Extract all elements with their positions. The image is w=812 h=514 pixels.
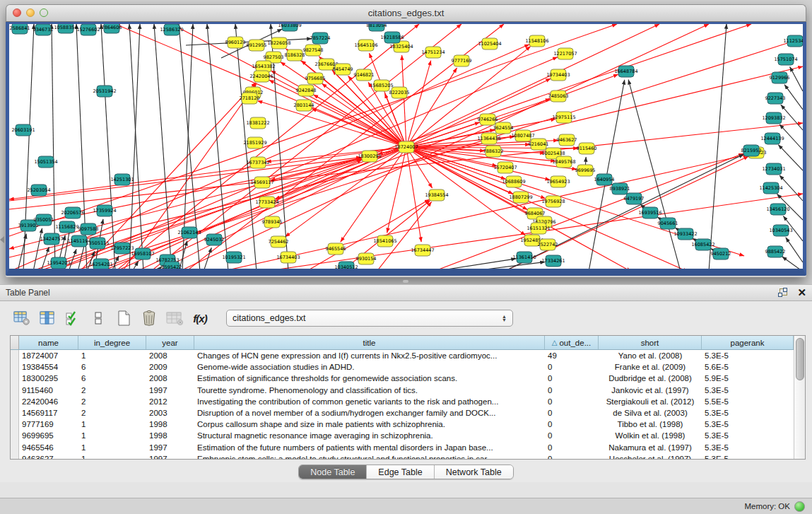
table-cell[interactable]: 9699695 bbox=[19, 430, 78, 441]
graph-node[interactable]: 9756685 bbox=[305, 73, 326, 84]
table-cell[interactable]: 2012 bbox=[146, 396, 194, 407]
graph-node[interactable]: 19756928 bbox=[541, 196, 565, 207]
table-cell[interactable]: 2 bbox=[78, 396, 146, 407]
graph-node[interactable]: 11156829 bbox=[55, 221, 78, 233]
graph-node[interactable]: 2586841 bbox=[10, 24, 30, 34]
graph-node[interactable]: 10340512 bbox=[334, 262, 358, 269]
table-row[interactable]: 1938455462009Genome-wide association stu… bbox=[11, 361, 794, 373]
table-cell[interactable]: 1997 bbox=[146, 453, 194, 460]
table-cell[interactable]: 1 bbox=[78, 419, 146, 430]
table-cell[interactable]: Estimation of significance thresholds fo… bbox=[194, 373, 545, 384]
graph-node[interactable]: 16033809 bbox=[278, 24, 301, 31]
graph-node[interactable]: 9746266 bbox=[478, 114, 498, 125]
table-cell[interactable]: 5.5E-5 bbox=[702, 396, 794, 407]
delete-table-icon[interactable] bbox=[140, 310, 158, 327]
splitter-handle[interactable] bbox=[403, 280, 408, 283]
table-cell[interactable]: 5.9E-5 bbox=[702, 373, 794, 384]
graph-node[interactable]: 7886322 bbox=[483, 146, 504, 157]
graph-node[interactable]: 9045661 bbox=[658, 218, 678, 229]
graph-node[interactable]: 2718120 bbox=[240, 93, 260, 104]
table-settings-icon[interactable] bbox=[13, 310, 31, 327]
table-cell[interactable]: 2003 bbox=[146, 407, 194, 419]
table-cell[interactable]: 1997 bbox=[146, 442, 194, 453]
table-cell[interactable]: Jankovic et al. (1997) bbox=[599, 385, 702, 396]
table-cell[interactable]: Structural magnetic resonance image aver… bbox=[194, 430, 545, 441]
table-cell[interactable]: 1 bbox=[78, 350, 146, 361]
table-row[interactable]: 1830029562008Estimation of significance … bbox=[11, 373, 794, 384]
graph-node[interactable]: 10688609 bbox=[502, 176, 525, 187]
network-canvas[interactable]: 1872400789601238912955182260589827503818… bbox=[9, 24, 803, 269]
table-cell[interactable]: 18724007 bbox=[19, 350, 78, 361]
table-cell[interactable]: Wolkin et al. (1998) bbox=[599, 430, 702, 441]
graph-node[interactable]: 13424757 bbox=[40, 233, 63, 245]
table-cell[interactable]: 49 bbox=[545, 350, 599, 361]
graph-node[interactable]: 12093832 bbox=[762, 112, 785, 124]
graph-node[interactable]: 2803144 bbox=[294, 100, 314, 111]
graph-node[interactable]: 7485063 bbox=[548, 90, 569, 102]
graph-node[interactable]: 9777169 bbox=[452, 55, 472, 66]
graph-node[interactable]: 12444139 bbox=[760, 133, 784, 144]
table-row[interactable]: 2242004622012Investigating the contribut… bbox=[11, 396, 794, 407]
vertical-scrollbar[interactable] bbox=[794, 336, 805, 460]
column-header-name[interactable]: name bbox=[19, 336, 78, 349]
graph-node[interactable]: 9097588 bbox=[78, 223, 99, 235]
graph-node[interactable]: 12217057 bbox=[553, 48, 577, 59]
table-cell[interactable]: 0 bbox=[545, 396, 599, 407]
graph-node[interactable]: 12975115 bbox=[552, 112, 575, 123]
table-cell[interactable]: Nakamura et al. (1997) bbox=[599, 442, 702, 453]
graph-node[interactable]: 20531942 bbox=[93, 86, 116, 97]
table-cell[interactable]: de Silva et al. (2003) bbox=[599, 407, 702, 419]
table-cell[interactable]: 1998 bbox=[146, 419, 194, 430]
table-cell[interactable]: 0 bbox=[545, 442, 599, 453]
table-cell[interactable]: Tourette syndrome. Phenomenology and cla… bbox=[194, 385, 545, 396]
table-row[interactable]: 946362711997Embryonic stem cells: a mode… bbox=[11, 453, 794, 460]
graph-node[interactable]: 2522742 bbox=[538, 239, 558, 250]
table-cell[interactable]: 5.3E-5 bbox=[702, 350, 794, 361]
graph-node[interactable]: 9885422 bbox=[765, 246, 786, 257]
graph-node[interactable]: 9129966 bbox=[770, 72, 790, 83]
graph-node[interactable]: 9789345 bbox=[262, 216, 283, 228]
graph-node[interactable]: 21851929 bbox=[243, 137, 266, 148]
tab-network-table[interactable]: Network Table bbox=[435, 465, 513, 479]
graph-node[interactable]: 1640954 bbox=[594, 174, 615, 185]
minimize-window-button[interactable] bbox=[26, 8, 35, 17]
graph-node[interactable]: 10195321 bbox=[222, 252, 245, 263]
close-window-button[interactable] bbox=[13, 8, 21, 17]
table-cell[interactable]: 18300295 bbox=[19, 373, 78, 384]
table-cell[interactable]: 2008 bbox=[146, 350, 194, 361]
table-row[interactable]: 1456911722003Disruption of a novel membe… bbox=[11, 407, 794, 419]
table-cell[interactable]: 9777169 bbox=[19, 419, 78, 430]
graph-node[interactable]: 8222035 bbox=[389, 87, 410, 98]
graph-node[interactable]: 9346731 bbox=[33, 24, 54, 35]
graph-node[interactable]: 9930154 bbox=[356, 253, 377, 264]
table-cell[interactable]: 2009 bbox=[146, 361, 194, 373]
table-row[interactable]: 1872400712008Changes of HCN gene express… bbox=[11, 350, 794, 361]
graph-node[interactable]: 11425304 bbox=[759, 182, 782, 194]
close-panel-icon[interactable]: ✕ bbox=[797, 288, 806, 297]
table-row[interactable]: 969969511998Structural magnetic resonanc… bbox=[11, 430, 794, 441]
table-cell[interactable]: Stergiakouli et al. (2012) bbox=[599, 396, 702, 407]
table-cell[interactable]: 0 bbox=[545, 407, 599, 419]
table-row[interactable]: 946554611997Estimation of the future num… bbox=[11, 442, 794, 453]
graph-node[interactable]: 16648784 bbox=[614, 66, 637, 77]
table-cell[interactable]: 6 bbox=[78, 361, 146, 373]
graph-node[interactable]: 9827548 bbox=[303, 45, 324, 56]
graph-node[interactable]: 8912955 bbox=[247, 40, 267, 51]
table-cell[interactable]: Investigating the contribution of common… bbox=[194, 396, 545, 407]
table-cell[interactable]: Estimation of the future numbers of pati… bbox=[194, 442, 545, 453]
graph-node[interactable]: 9465546 bbox=[326, 243, 346, 255]
table-cell[interactable]: 5.3E-5 bbox=[702, 407, 794, 419]
table-cell[interactable]: 22420046 bbox=[19, 396, 78, 407]
graph-node[interactable]: 19654923 bbox=[546, 176, 570, 187]
graph-node[interactable]: 6216041 bbox=[529, 139, 549, 150]
graph-node[interactable]: 18381222 bbox=[246, 117, 269, 129]
table-cell[interactable]: Embryonic stem cells: a model to study s… bbox=[194, 453, 545, 460]
table-cell[interactable]: 1 bbox=[78, 453, 146, 460]
table-row[interactable]: 977716911998Corpus callosum shape and si… bbox=[11, 419, 794, 430]
scrollbar-thumb[interactable] bbox=[796, 338, 804, 380]
table-cell[interactable]: 0 bbox=[545, 361, 599, 373]
graph-node[interactable]: 8813054 bbox=[367, 24, 387, 31]
graph-node[interactable]: 8595422 bbox=[162, 262, 182, 269]
table-row[interactable]: 911546021997Tourette syndrome. Phenomeno… bbox=[11, 385, 794, 396]
graph-node[interactable]: 9242848 bbox=[296, 85, 317, 96]
